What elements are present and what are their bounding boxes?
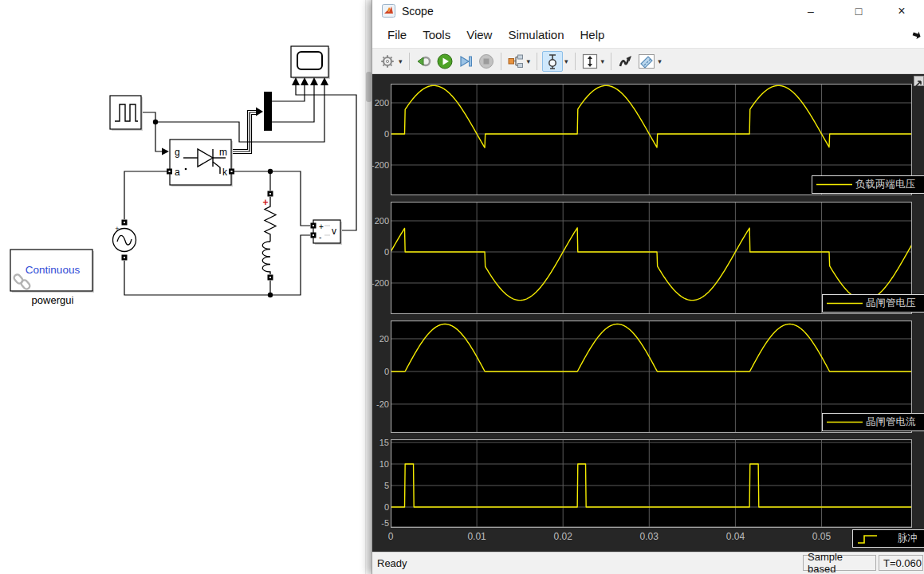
wire-vm-to-scope1 xyxy=(296,85,356,230)
wire-pulse-to-gate xyxy=(141,112,162,151)
wire-cathode-to-vplus xyxy=(234,171,310,226)
titlebar[interactable]: Scope – □ × xyxy=(372,0,924,22)
wires xyxy=(124,85,356,295)
rlc-branch-block[interactable]: + xyxy=(262,191,276,281)
statusbar: Ready Sample based T=0.060 xyxy=(372,552,924,574)
status-sample-mode: Sample based xyxy=(803,555,876,571)
menu-overflow-arrow-icon[interactable] xyxy=(912,30,922,40)
x-tick-label: 0.05 xyxy=(804,531,839,542)
wire-source-to-anode xyxy=(124,171,167,219)
powergui-block[interactable]: Continuous powergui xyxy=(10,250,94,306)
ac-source-block[interactable]: + xyxy=(113,220,136,261)
scope-block[interactable] xyxy=(291,46,330,85)
minimize-button[interactable]: – xyxy=(792,0,829,22)
wire-m-bundle-2 xyxy=(231,112,256,151)
line-sample-icon xyxy=(823,414,866,431)
wire-pulse-to-scope4 xyxy=(155,85,324,142)
wire-demux2-to-scope3 xyxy=(272,85,314,122)
toolbar-separator xyxy=(575,53,576,70)
y-tick-label: 20 xyxy=(372,334,389,344)
matlab-icon xyxy=(382,4,395,18)
play-icon xyxy=(437,53,453,69)
line-sample-icon xyxy=(812,176,855,193)
y-tick-label: 200 xyxy=(372,216,389,226)
simulation-step-button[interactable] xyxy=(616,52,635,71)
zoom-fit-caret[interactable]: ▾ xyxy=(601,57,605,65)
stop-button[interactable] xyxy=(477,52,496,71)
stairstep-sample-icon xyxy=(853,530,883,547)
wire-demux1-to-scope2 xyxy=(272,85,305,101)
y-tick-label: -200 xyxy=(372,278,389,288)
step-forward-button[interactable] xyxy=(456,52,475,71)
port-label-k: k xyxy=(222,167,228,178)
menu-item-help[interactable]: Help xyxy=(572,25,613,45)
toolbar: ▾ xyxy=(372,48,924,74)
status-sim-time: T=0.060 xyxy=(879,555,923,571)
x-tick-label: 0.04 xyxy=(718,531,753,542)
settings-button[interactable] xyxy=(378,52,397,71)
measurements-button[interactable] xyxy=(637,52,656,71)
y-tick-label: 0 xyxy=(372,247,389,257)
toolbar-separator xyxy=(611,53,611,70)
signal-selector-caret[interactable]: ▾ xyxy=(527,57,531,65)
powergui-mode-text: Continuous xyxy=(26,264,81,276)
menu-item-file[interactable]: File xyxy=(379,25,415,45)
x-tick-label: 0.02 xyxy=(545,531,580,542)
step-back-icon xyxy=(416,54,432,69)
thyristor-icon-dot xyxy=(185,168,187,171)
y-tick-label: 0 xyxy=(372,502,389,512)
port-label-g: g xyxy=(175,147,180,158)
run-button[interactable] xyxy=(435,52,454,71)
model-diagram: g a m k xyxy=(0,0,372,574)
rlc-plus-label: + xyxy=(262,197,268,208)
legend-load-voltage[interactable]: 负载两端电压 xyxy=(812,175,924,194)
junction-dot xyxy=(268,293,273,297)
menu-item-view[interactable]: View xyxy=(458,25,500,45)
signal-selector-button[interactable] xyxy=(506,52,525,71)
trigger-caret[interactable]: ▾ xyxy=(564,57,568,65)
model-scrollbar-thumb[interactable] xyxy=(366,72,372,102)
source-plus-label: + xyxy=(115,225,119,233)
trigger-button[interactable] xyxy=(542,51,563,72)
settings-caret[interactable]: ▾ xyxy=(399,57,403,65)
menubar: FileToolsViewSimulationHelp xyxy=(372,22,924,48)
scope-plot-gate-pulse[interactable] xyxy=(391,439,912,528)
desktop: g a m k xyxy=(0,0,924,574)
thyristor-block[interactable]: g a m k xyxy=(167,140,234,187)
x-tick-label: 0.03 xyxy=(631,531,666,542)
zoom-fit-button[interactable] xyxy=(580,52,600,71)
demux-block[interactable] xyxy=(264,92,272,131)
legend-thyristor-voltage[interactable]: 晶闸管电压 xyxy=(822,294,924,313)
expand-arrow-icon xyxy=(914,79,923,88)
y-tick-label: 200 xyxy=(372,98,389,108)
window-title: Scope xyxy=(402,5,434,18)
close-button[interactable]: × xyxy=(883,0,920,22)
step-back-button[interactable] xyxy=(415,52,434,71)
scope-window: Scope – □ × FileToolsViewSimulationHelp … xyxy=(372,0,924,574)
scope-screen-icon xyxy=(297,52,322,69)
step-arrow-icon xyxy=(618,53,634,69)
menu-item-tools[interactable]: Tools xyxy=(415,25,458,45)
line-sample-icon xyxy=(823,295,866,312)
trigger-icon xyxy=(545,53,560,69)
measurements-caret[interactable]: ▾ xyxy=(658,57,662,65)
powergui-label: powergui xyxy=(32,294,74,306)
wire-m-bundle-1 xyxy=(231,111,256,150)
legend-thyristor-current[interactable]: 晶闸管电流 xyxy=(822,413,924,431)
zoom-fit-icon xyxy=(582,53,598,69)
vm-v-label: v xyxy=(332,226,336,237)
junction-dot xyxy=(268,169,273,174)
x-tick-label: 0.01 xyxy=(459,531,494,542)
port-label-m: m xyxy=(219,147,227,158)
simulink-model-canvas[interactable]: g a m k xyxy=(0,0,372,574)
maximize-button[interactable]: □ xyxy=(840,0,877,22)
panel-expand-button[interactable] xyxy=(914,76,924,86)
legend-label: 晶闸管电压 xyxy=(866,297,916,310)
vm-plus-label: + xyxy=(319,222,324,231)
legend-gate-pulse[interactable]: 脉冲 xyxy=(852,529,924,548)
legend-label: 晶闸管电流 xyxy=(866,415,916,429)
voltage-measurement-block[interactable]: + - v xyxy=(311,220,343,245)
status-text: Ready xyxy=(377,557,407,569)
menu-item-simulation[interactable]: Simulation xyxy=(500,25,572,45)
pulse-generator-block[interactable] xyxy=(110,96,143,131)
